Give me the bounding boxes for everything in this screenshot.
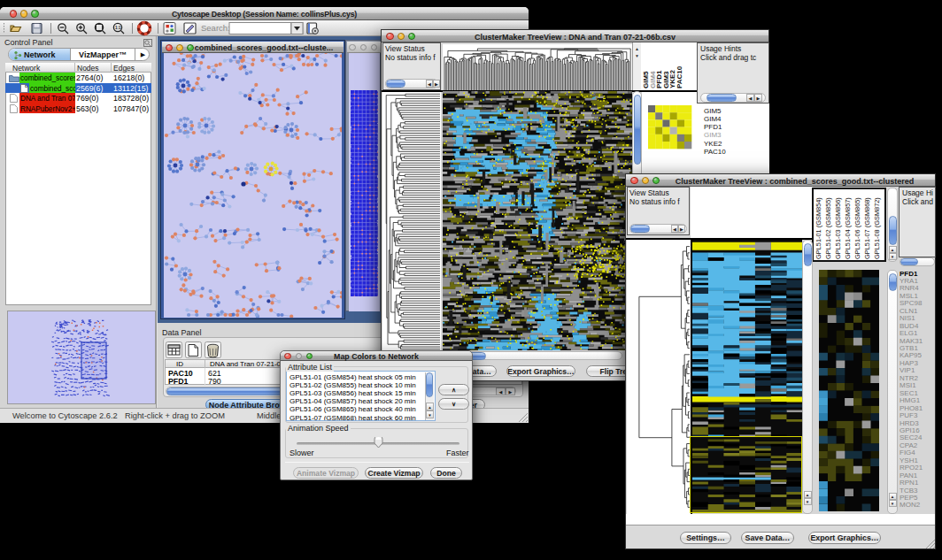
svg-text:1:1: 1:1 bbox=[115, 26, 121, 30]
svg-text:GPL51-08 (GSM872): GPL51-08 (GSM872) bbox=[873, 197, 881, 259]
svg-text:GPL51-04 (GSM857): GPL51-04 (GSM857) bbox=[844, 197, 852, 259]
svg-text:Search:: Search: bbox=[201, 23, 230, 33]
svg-text:GPL51-03 (GSM856): GPL51-03 (GSM856) bbox=[834, 197, 842, 259]
svg-text:GPL51-02 (GSM855): GPL51-02 (GSM855) bbox=[824, 197, 832, 259]
svg-text:GPL51-01 (GSM854): GPL51-01 (GSM854) bbox=[815, 197, 822, 259]
svg-text:GPL51-07 (GSM868): GPL51-07 (GSM868) bbox=[863, 197, 871, 259]
svg-text:PAC10: PAC10 bbox=[676, 65, 683, 88]
svg-text:GPL51-06 (GSM865): GPL51-06 (GSM865) bbox=[853, 197, 861, 259]
